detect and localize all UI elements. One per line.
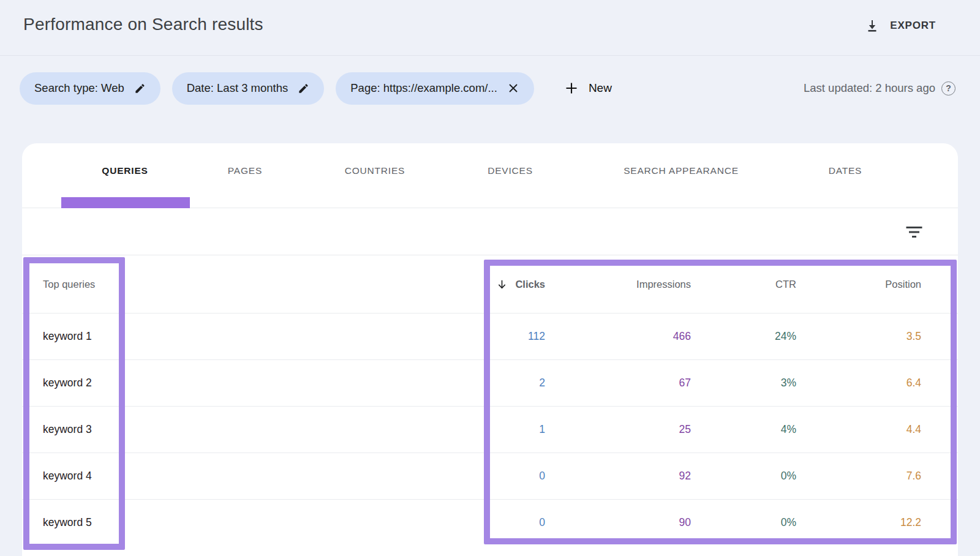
impressions-value: 90 [545, 516, 691, 529]
table-row: keyword 2 2 67 3% 6.4 [22, 359, 958, 406]
chip-search-type[interactable]: Search type: Web [20, 72, 160, 105]
query-cell[interactable]: keyword 5 [22, 516, 365, 529]
column-header-position[interactable]: Position [796, 279, 921, 290]
column-header-ctr[interactable]: CTR [691, 279, 796, 290]
tab-search-appearance[interactable]: SEARCH APPEARANCE [624, 165, 739, 176]
chip-search-type-label: Search type: Web [34, 81, 124, 95]
position-value: 4.4 [796, 423, 921, 436]
query-cell[interactable]: keyword 4 [22, 470, 365, 483]
query-cell[interactable]: keyword 3 [22, 423, 365, 436]
clicks-value: 0 [365, 470, 545, 483]
table-row: keyword 5 0 90 0% 12.2 [22, 499, 958, 546]
clicks-value: 112 [365, 330, 545, 343]
new-filter-button[interactable]: New [564, 81, 612, 96]
table-toolbar [22, 209, 958, 255]
column-header-top-queries[interactable]: Top queries [22, 279, 365, 290]
chip-page-filter[interactable]: Page: https://example.com/... [336, 72, 534, 105]
header-divider [0, 55, 980, 56]
table-row: keyword 4 0 92 0% 7.6 [22, 453, 958, 499]
help-circle-icon[interactable]: ? [941, 81, 956, 96]
impressions-value: 25 [545, 423, 691, 436]
ctr-value: 24% [691, 330, 796, 343]
tab-bar: QUERIES PAGES COUNTRIES DEVICES SEARCH A… [22, 143, 958, 208]
clicks-value: 2 [365, 377, 545, 389]
table-header-row: Top queries Clicks Impressions CTR Posit… [22, 255, 958, 313]
export-button[interactable]: EXPORT [865, 13, 936, 38]
last-updated-text: Last updated: 2 hours ago [804, 81, 935, 95]
export-label: EXPORT [890, 20, 936, 32]
column-header-impressions[interactable]: Impressions [545, 279, 691, 290]
tab-devices[interactable]: DEVICES [488, 165, 533, 176]
arrow-down-icon [496, 279, 508, 290]
app-header: Performance on Search results EXPORT [0, 0, 980, 55]
download-icon [865, 18, 880, 33]
table-row: keyword 3 1 25 4% 4.4 [22, 406, 958, 453]
new-filter-label: New [589, 81, 612, 95]
impressions-value: 92 [545, 470, 691, 483]
chip-date-range[interactable]: Date: Last 3 months [172, 72, 325, 105]
last-updated: Last updated: 2 hours ago ? [804, 72, 956, 105]
filter-bar: Search type: Web Date: Last 3 months Pag… [20, 72, 612, 105]
ctr-value: 3% [691, 377, 796, 389]
table-row: keyword 1 112 466 24% 3.5 [22, 313, 958, 359]
clicks-value: 1 [365, 423, 545, 436]
edit-pencil-icon[interactable] [134, 83, 146, 94]
tab-dates[interactable]: DATES [829, 165, 862, 176]
query-cell[interactable]: keyword 2 [22, 377, 365, 389]
impressions-value: 466 [545, 330, 691, 343]
position-value: 3.5 [796, 330, 921, 343]
chip-date-range-label: Date: Last 3 months [187, 81, 288, 95]
query-cell[interactable]: keyword 1 [22, 330, 365, 343]
position-value: 12.2 [796, 516, 921, 529]
ctr-value: 0% [691, 470, 796, 483]
position-value: 6.4 [796, 377, 921, 389]
page-title: Performance on Search results [23, 15, 263, 34]
impressions-value: 67 [545, 377, 691, 389]
chip-page-filter-label: Page: https://example.com/... [350, 81, 497, 95]
filter-funnel-icon[interactable] [904, 222, 924, 242]
ctr-value: 0% [691, 516, 796, 529]
ctr-value: 4% [691, 423, 796, 436]
tab-queries[interactable]: QUERIES [102, 165, 148, 176]
edit-pencil-icon[interactable] [298, 83, 309, 94]
plus-icon [564, 81, 579, 96]
queries-table: Top queries Clicks Impressions CTR Posit… [22, 255, 958, 546]
tab-pages[interactable]: PAGES [228, 165, 262, 176]
column-header-clicks[interactable]: Clicks [365, 279, 545, 290]
clicks-value: 0 [365, 516, 545, 529]
active-tab-underline [61, 197, 190, 208]
tab-countries[interactable]: COUNTRIES [345, 165, 405, 176]
report-card: QUERIES PAGES COUNTRIES DEVICES SEARCH A… [22, 143, 958, 556]
close-x-icon[interactable] [507, 82, 519, 94]
position-value: 7.6 [796, 470, 921, 483]
